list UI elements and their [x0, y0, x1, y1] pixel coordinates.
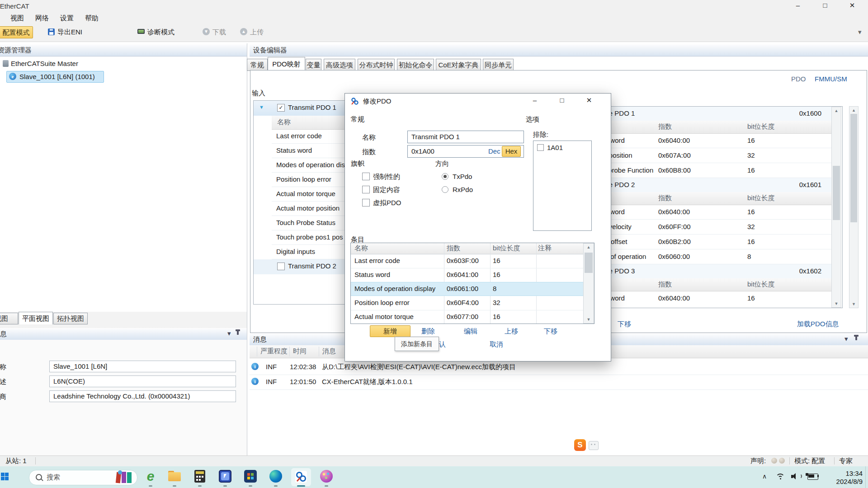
table-row[interactable]: Controlword 0x6040:00 16: [584, 205, 831, 220]
taskbar-icon-explorer[interactable]: [168, 471, 181, 482]
tab-view[interactable]: 视图: [0, 313, 18, 324]
battery-icon[interactable]: [807, 474, 818, 480]
tree-item-slave[interactable]: e Slave_1001 [L6N] (1001): [6, 71, 104, 83]
ime-toolbar-icon[interactable]: [589, 441, 599, 450]
flag-fixed-checkbox[interactable]: [362, 186, 370, 193]
entries-scrollbar[interactable]: ▲ ▼: [583, 243, 594, 324]
pdo-name-input[interactable]: Transmit PDO 1: [407, 131, 524, 143]
entry-row[interactable]: Position loop error 0x60F4:00 32: [351, 296, 583, 310]
expander-down-icon[interactable]: ▼: [259, 104, 264, 110]
table-row[interactable]: Target velocity 0x60FF:00 32: [584, 220, 831, 235]
window-close-button[interactable]: ✕: [843, 1, 861, 9]
upload-button[interactable]: ▲ 上传: [240, 27, 267, 38]
export-eni-button[interactable]: 导出ENI: [48, 27, 89, 38]
taskbar-icon-calculator[interactable]: [194, 470, 205, 483]
move-up-button[interactable]: 上移: [505, 327, 518, 336]
scroll-down-icon[interactable]: ▼: [584, 317, 594, 322]
table-row[interactable]: Controlword 0x6040:00 16: [584, 133, 831, 148]
panel-dropdown-icon[interactable]: ▾: [227, 329, 231, 338]
load-pdo-info-link[interactable]: 加载PDO信息: [797, 320, 839, 328]
flag-mandatory-checkbox[interactable]: [362, 173, 370, 180]
message-row[interactable]: i INF 12:02:38 从D:\工程夹\AVI检测\ESI(E-CAT)\…: [250, 360, 868, 375]
tab-pdo-mapping[interactable]: PDO映射: [268, 57, 305, 71]
pin-icon[interactable]: [237, 331, 239, 335]
pdo-view-link[interactable]: PDO: [791, 75, 806, 83]
tab-general[interactable]: 常规: [247, 59, 268, 71]
edit-entry-button[interactable]: 编辑: [464, 327, 477, 336]
tree-item-master[interactable]: EtherCATSuite Master: [0, 59, 136, 69]
toolbar-overflow-icon[interactable]: ▾: [858, 28, 862, 36]
delete-entry-button[interactable]: 删除: [421, 327, 435, 336]
vendor-field[interactable]: Leadshine Technology Co.,Ltd. (0x0000432…: [49, 390, 236, 402]
table-row[interactable]: Target position 0x607A:00 32: [584, 148, 831, 163]
description-field[interactable]: L6N(COE): [49, 375, 236, 387]
cancel-button[interactable]: 取消: [490, 340, 503, 349]
tab-init-commands[interactable]: 初始化命令: [397, 59, 434, 71]
show-desktop-handle[interactable]: [865, 466, 868, 488]
taskbar-icon-store[interactable]: [244, 470, 257, 483]
table-row[interactable]: Controlword 0x6040:00 16: [584, 291, 831, 307]
tray-chevron-up-icon[interactable]: ∧: [762, 473, 767, 480]
tab-variables[interactable]: 变量: [306, 59, 321, 71]
taskbar-icon-ethercat-active[interactable]: [291, 468, 311, 486]
scroll-up-icon[interactable]: ▲: [584, 245, 594, 249]
taskbar-icon-paint[interactable]: [320, 470, 333, 483]
table-row[interactable]: Torque offset 0x60B2:00 16: [584, 235, 831, 249]
editor-scrollbar[interactable]: ▲ ▼: [849, 106, 859, 308]
pdo-group-row[interactable]: Receive PDO 2 0x1601: [584, 178, 841, 192]
dialog-close-button[interactable]: ✕: [580, 96, 598, 104]
download-button[interactable]: ▼ 下载: [203, 27, 230, 38]
exclude-item-checkbox[interactable]: [537, 144, 544, 151]
tab-topology-view[interactable]: 拓扑视图: [53, 313, 88, 324]
pdo-group-row[interactable]: Receive PDO 1 0x1600: [584, 107, 841, 121]
diagnostic-mode-button[interactable]: 诊断模式: [137, 27, 187, 38]
table-scrollbar[interactable]: ▲ ▼: [831, 107, 841, 308]
window-minimize-button[interactable]: –: [789, 1, 807, 9]
menu-item-view[interactable]: 视图: [10, 14, 24, 23]
menu-item-settings[interactable]: 设置: [60, 14, 74, 23]
tab-sync-units[interactable]: 同步单元: [483, 59, 514, 71]
pdo-checkbox[interactable]: [277, 263, 285, 270]
entry-row[interactable]: Status word 0x6041:00 16: [351, 268, 583, 282]
taskbar-icon-edge[interactable]: [269, 470, 282, 483]
wifi-icon[interactable]: [776, 474, 785, 480]
pdo-index-input[interactable]: 0x1A00 Dec Hex: [407, 145, 524, 158]
taskbar-icon-remote[interactable]: [219, 470, 231, 483]
tab-coe-dictionary[interactable]: CoE对象字典: [436, 59, 481, 71]
start-button[interactable]: [1, 473, 9, 480]
entry-row[interactable]: Actual motor torque 0x6077:00 16: [351, 310, 583, 324]
pdo-group-row[interactable]: Receive PDO 3 0x1602: [584, 264, 841, 279]
flag-virtual-checkbox[interactable]: [362, 199, 370, 206]
tab-advanced[interactable]: 高级选项: [324, 59, 355, 71]
ime-icon[interactable]: S: [574, 439, 586, 451]
dialog-titlebar[interactable]: 修改PDO – □ ✕: [345, 94, 611, 110]
scroll-up-icon[interactable]: ▲: [849, 108, 858, 113]
dialog-minimize-button[interactable]: –: [526, 96, 544, 104]
table-row[interactable]: Modes of operation 0x6060:00 8: [584, 249, 831, 264]
tab-distributed-clock[interactable]: 分布式时钟: [358, 59, 395, 71]
scroll-down-icon[interactable]: ▼: [849, 302, 858, 306]
panel-dropdown-icon[interactable]: ▾: [844, 335, 848, 343]
txpdo-radio[interactable]: [442, 173, 448, 180]
taskbar-clock[interactable]: 13:34 2024/8/9: [819, 469, 863, 486]
dec-toggle[interactable]: Dec: [488, 147, 500, 155]
name-field[interactable]: Slave_1001 [L6N]: [49, 361, 236, 372]
menu-item-network[interactable]: 网络: [35, 14, 49, 23]
menu-item-help[interactable]: 帮助: [85, 14, 99, 23]
search-input[interactable]: 搜索: [29, 470, 137, 485]
scroll-up-icon[interactable]: ▲: [832, 108, 841, 113]
entry-row[interactable]: Last error code 0x603F:00 16: [351, 254, 583, 268]
hex-toggle[interactable]: Hex: [502, 146, 521, 157]
volume-icon[interactable]: [791, 473, 800, 480]
fmmu-sm-view-link[interactable]: FMMU/SM: [815, 75, 847, 83]
scroll-down-icon[interactable]: ▼: [832, 301, 841, 306]
message-row[interactable]: i INF 12:01:50 CX-EtherCAT就绪,版本1.0.0.1: [250, 375, 868, 390]
pin-icon[interactable]: [855, 336, 857, 340]
exclude-listbox[interactable]: 1A01: [533, 141, 592, 231]
pdo-checkbox[interactable]: ✓: [277, 104, 285, 112]
taskbar-icon-ie[interactable]: e: [144, 469, 157, 483]
config-mode-button[interactable]: 配置模式: [0, 26, 33, 38]
tab-plane-view[interactable]: 平面视图: [19, 312, 53, 324]
window-maximize-button[interactable]: □: [816, 1, 834, 9]
add-entry-button[interactable]: 新增: [370, 325, 410, 337]
